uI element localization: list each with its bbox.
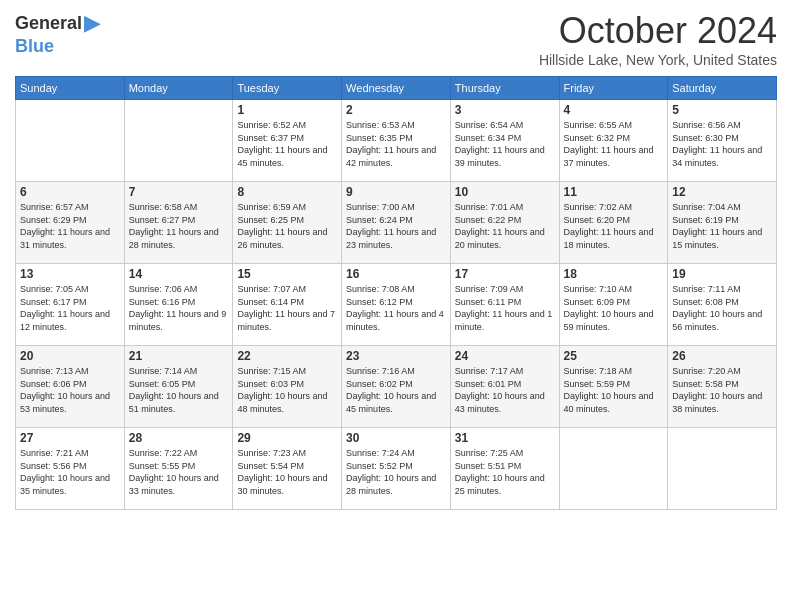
day-info: Sunrise: 7:18 AM Sunset: 5:59 PM Dayligh…: [564, 365, 664, 415]
day-number: 20: [20, 349, 120, 363]
table-row: 12Sunrise: 7:04 AM Sunset: 6:19 PM Dayli…: [668, 182, 777, 264]
table-row: [668, 428, 777, 510]
day-number: 18: [564, 267, 664, 281]
day-number: 1: [237, 103, 337, 117]
table-row: 17Sunrise: 7:09 AM Sunset: 6:11 PM Dayli…: [450, 264, 559, 346]
table-row: 24Sunrise: 7:17 AM Sunset: 6:01 PM Dayli…: [450, 346, 559, 428]
day-number: 26: [672, 349, 772, 363]
calendar-week-3: 13Sunrise: 7:05 AM Sunset: 6:17 PM Dayli…: [16, 264, 777, 346]
day-info: Sunrise: 7:15 AM Sunset: 6:03 PM Dayligh…: [237, 365, 337, 415]
col-sunday: Sunday: [16, 77, 125, 100]
table-row: 10Sunrise: 7:01 AM Sunset: 6:22 PM Dayli…: [450, 182, 559, 264]
day-info: Sunrise: 7:16 AM Sunset: 6:02 PM Dayligh…: [346, 365, 446, 415]
day-number: 3: [455, 103, 555, 117]
day-info: Sunrise: 6:52 AM Sunset: 6:37 PM Dayligh…: [237, 119, 337, 169]
table-row: 6Sunrise: 6:57 AM Sunset: 6:29 PM Daylig…: [16, 182, 125, 264]
day-number: 19: [672, 267, 772, 281]
day-number: 4: [564, 103, 664, 117]
day-info: Sunrise: 6:59 AM Sunset: 6:25 PM Dayligh…: [237, 201, 337, 251]
table-row: 21Sunrise: 7:14 AM Sunset: 6:05 PM Dayli…: [124, 346, 233, 428]
day-info: Sunrise: 7:00 AM Sunset: 6:24 PM Dayligh…: [346, 201, 446, 251]
table-row: 19Sunrise: 7:11 AM Sunset: 6:08 PM Dayli…: [668, 264, 777, 346]
day-number: 12: [672, 185, 772, 199]
day-number: 25: [564, 349, 664, 363]
table-row: [559, 428, 668, 510]
logo-blue-text: Blue: [15, 36, 54, 57]
day-info: Sunrise: 6:57 AM Sunset: 6:29 PM Dayligh…: [20, 201, 120, 251]
day-info: Sunrise: 6:56 AM Sunset: 6:30 PM Dayligh…: [672, 119, 772, 169]
day-info: Sunrise: 7:20 AM Sunset: 5:58 PM Dayligh…: [672, 365, 772, 415]
day-info: Sunrise: 7:21 AM Sunset: 5:56 PM Dayligh…: [20, 447, 120, 497]
col-thursday: Thursday: [450, 77, 559, 100]
calendar-week-5: 27Sunrise: 7:21 AM Sunset: 5:56 PM Dayli…: [16, 428, 777, 510]
day-number: 8: [237, 185, 337, 199]
calendar-table: Sunday Monday Tuesday Wednesday Thursday…: [15, 76, 777, 510]
day-info: Sunrise: 7:07 AM Sunset: 6:14 PM Dayligh…: [237, 283, 337, 333]
table-row: 31Sunrise: 7:25 AM Sunset: 5:51 PM Dayli…: [450, 428, 559, 510]
table-row: 3Sunrise: 6:54 AM Sunset: 6:34 PM Daylig…: [450, 100, 559, 182]
day-info: Sunrise: 7:22 AM Sunset: 5:55 PM Dayligh…: [129, 447, 229, 497]
day-number: 9: [346, 185, 446, 199]
logo: General ▶ Blue: [15, 10, 101, 57]
day-number: 16: [346, 267, 446, 281]
day-number: 7: [129, 185, 229, 199]
table-row: 14Sunrise: 7:06 AM Sunset: 6:16 PM Dayli…: [124, 264, 233, 346]
col-friday: Friday: [559, 77, 668, 100]
col-monday: Monday: [124, 77, 233, 100]
day-info: Sunrise: 7:10 AM Sunset: 6:09 PM Dayligh…: [564, 283, 664, 333]
table-row: 1Sunrise: 6:52 AM Sunset: 6:37 PM Daylig…: [233, 100, 342, 182]
day-info: Sunrise: 7:08 AM Sunset: 6:12 PM Dayligh…: [346, 283, 446, 333]
table-row: 27Sunrise: 7:21 AM Sunset: 5:56 PM Dayli…: [16, 428, 125, 510]
day-number: 23: [346, 349, 446, 363]
calendar-week-2: 6Sunrise: 6:57 AM Sunset: 6:29 PM Daylig…: [16, 182, 777, 264]
table-row: [16, 100, 125, 182]
table-row: 22Sunrise: 7:15 AM Sunset: 6:03 PM Dayli…: [233, 346, 342, 428]
table-row: 15Sunrise: 7:07 AM Sunset: 6:14 PM Dayli…: [233, 264, 342, 346]
table-row: 11Sunrise: 7:02 AM Sunset: 6:20 PM Dayli…: [559, 182, 668, 264]
day-info: Sunrise: 7:11 AM Sunset: 6:08 PM Dayligh…: [672, 283, 772, 333]
day-info: Sunrise: 7:05 AM Sunset: 6:17 PM Dayligh…: [20, 283, 120, 333]
day-number: 28: [129, 431, 229, 445]
table-row: 28Sunrise: 7:22 AM Sunset: 5:55 PM Dayli…: [124, 428, 233, 510]
day-number: 29: [237, 431, 337, 445]
day-number: 10: [455, 185, 555, 199]
table-row: [124, 100, 233, 182]
day-info: Sunrise: 7:17 AM Sunset: 6:01 PM Dayligh…: [455, 365, 555, 415]
day-number: 27: [20, 431, 120, 445]
table-row: 5Sunrise: 6:56 AM Sunset: 6:30 PM Daylig…: [668, 100, 777, 182]
day-info: Sunrise: 7:14 AM Sunset: 6:05 PM Dayligh…: [129, 365, 229, 415]
month-title: October 2024: [539, 10, 777, 52]
table-row: 2Sunrise: 6:53 AM Sunset: 6:35 PM Daylig…: [342, 100, 451, 182]
title-section: October 2024 Hillside Lake, New York, Un…: [539, 10, 777, 68]
calendar-week-1: 1Sunrise: 6:52 AM Sunset: 6:37 PM Daylig…: [16, 100, 777, 182]
calendar-header-row: Sunday Monday Tuesday Wednesday Thursday…: [16, 77, 777, 100]
day-number: 15: [237, 267, 337, 281]
day-number: 5: [672, 103, 772, 117]
day-number: 22: [237, 349, 337, 363]
day-info: Sunrise: 6:55 AM Sunset: 6:32 PM Dayligh…: [564, 119, 664, 169]
location-text: Hillside Lake, New York, United States: [539, 52, 777, 68]
day-number: 21: [129, 349, 229, 363]
day-info: Sunrise: 6:58 AM Sunset: 6:27 PM Dayligh…: [129, 201, 229, 251]
col-wednesday: Wednesday: [342, 77, 451, 100]
day-info: Sunrise: 6:53 AM Sunset: 6:35 PM Dayligh…: [346, 119, 446, 169]
day-info: Sunrise: 7:06 AM Sunset: 6:16 PM Dayligh…: [129, 283, 229, 333]
header: General ▶ Blue October 2024 Hillside Lak…: [15, 10, 777, 68]
col-saturday: Saturday: [668, 77, 777, 100]
day-info: Sunrise: 7:09 AM Sunset: 6:11 PM Dayligh…: [455, 283, 555, 333]
table-row: 7Sunrise: 6:58 AM Sunset: 6:27 PM Daylig…: [124, 182, 233, 264]
day-info: Sunrise: 7:13 AM Sunset: 6:06 PM Dayligh…: [20, 365, 120, 415]
table-row: 29Sunrise: 7:23 AM Sunset: 5:54 PM Dayli…: [233, 428, 342, 510]
day-number: 11: [564, 185, 664, 199]
calendar-week-4: 20Sunrise: 7:13 AM Sunset: 6:06 PM Dayli…: [16, 346, 777, 428]
day-number: 6: [20, 185, 120, 199]
table-row: 8Sunrise: 6:59 AM Sunset: 6:25 PM Daylig…: [233, 182, 342, 264]
table-row: 20Sunrise: 7:13 AM Sunset: 6:06 PM Dayli…: [16, 346, 125, 428]
day-number: 17: [455, 267, 555, 281]
table-row: 9Sunrise: 7:00 AM Sunset: 6:24 PM Daylig…: [342, 182, 451, 264]
day-number: 31: [455, 431, 555, 445]
day-info: Sunrise: 7:25 AM Sunset: 5:51 PM Dayligh…: [455, 447, 555, 497]
day-info: Sunrise: 7:02 AM Sunset: 6:20 PM Dayligh…: [564, 201, 664, 251]
day-info: Sunrise: 7:04 AM Sunset: 6:19 PM Dayligh…: [672, 201, 772, 251]
table-row: 26Sunrise: 7:20 AM Sunset: 5:58 PM Dayli…: [668, 346, 777, 428]
